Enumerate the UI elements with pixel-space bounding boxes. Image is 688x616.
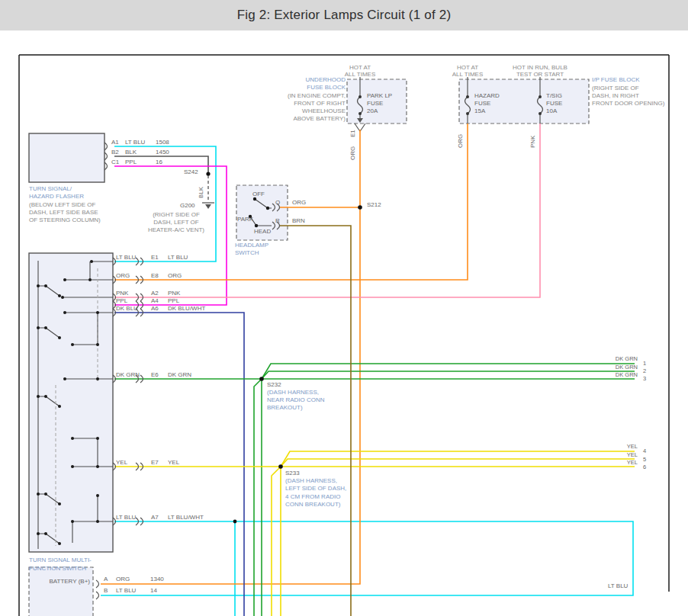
wire-number: 3 (643, 375, 646, 382)
wire-color-label: PNK (529, 130, 536, 148)
splice-s233-dot (278, 464, 283, 469)
wire-color-label: LT BLU (168, 254, 188, 261)
wire-color-label: LT BLU (116, 587, 136, 594)
pin-label: B (104, 587, 108, 594)
splice-location: LEFT SIDE OF DASH, (285, 485, 346, 492)
wire-color-label: DK BLU/WHT (168, 305, 205, 312)
circuit-number: 1508 (156, 139, 169, 146)
flasher-box (29, 133, 104, 182)
component-location: ABOVE BATTERY) (293, 115, 346, 122)
wire-color-label: LT BLU (125, 139, 145, 146)
wire-color-label: ORG (292, 199, 306, 206)
circuit-number: 1450 (156, 149, 169, 156)
wire-color-label: ORG (116, 272, 130, 279)
splice-label: S212 (367, 201, 381, 208)
splice-label: S233 (285, 470, 300, 476)
component-location: WHEELHOUSE (302, 107, 346, 114)
fuse-rating: 20A (367, 107, 378, 114)
component-name: FUNCTION SWITCH (29, 565, 86, 572)
wire-color-label: PNK (116, 290, 128, 297)
battery-box (29, 567, 93, 616)
pin-label: E1 (151, 254, 159, 261)
splice-s232-dot (259, 377, 264, 381)
branch-dot (233, 520, 237, 524)
wire-color-label: BLK (198, 181, 204, 198)
component-name: FUSE BLOCK (307, 84, 346, 91)
wire-color-label: ORG (116, 576, 130, 582)
wire-color-label: YEL (627, 443, 638, 450)
power-label: TEST OR START (510, 71, 571, 78)
splice-s212-dot (358, 205, 362, 210)
wire-dk-grn (114, 364, 635, 616)
component-name: HEADLAMP (235, 242, 268, 249)
wiring-diagram-page: Fig 2: Exterior Lamps Circuit (1 of 2) (0, 0, 688, 616)
pin-label: E6 (151, 371, 159, 378)
fuse-label: FUSE (546, 100, 562, 107)
component-name: BATTERY (B+) (34, 578, 90, 585)
wire-color-label: YEL (627, 459, 638, 466)
pin-label: C1 (111, 159, 119, 165)
component-location: DASH, IN RIGHT (592, 92, 639, 99)
splice-location: (DASH HARNESS, (267, 389, 319, 396)
wire-number: 5 (643, 456, 646, 463)
splice-location: CONN BREAKOUT) (285, 501, 340, 508)
fuse-label: HAZARD (474, 92, 500, 99)
pin-label: A4 (151, 297, 159, 304)
splice-label: S232 (267, 381, 281, 388)
wire-color-label: LT BLU (116, 514, 136, 521)
wire-color-label: BRN (292, 217, 305, 224)
pin-label: E8 (151, 272, 159, 279)
wire-color-label: BLK (125, 149, 137, 156)
pin-label: A6 (151, 305, 159, 312)
wire-number: 1 (643, 360, 646, 367)
splice-location: (DASH HARNESS, (285, 477, 337, 484)
splice-s242-dot (206, 172, 210, 175)
splice-location: NEAR RADIO CONN (267, 396, 325, 403)
fuse-rating: 10A (546, 107, 557, 114)
splice-label: S242 (184, 168, 198, 175)
wire-color-label: LT BLU (608, 582, 628, 589)
mf-switch-box (29, 253, 113, 552)
component-name: HAZARD FLASHER (29, 193, 84, 200)
wire-color-label: PNK (168, 290, 180, 297)
fuse-label: FUSE (367, 100, 383, 107)
power-label: HOT IN RUN, BULB (510, 64, 571, 71)
wire-number: 6 (643, 464, 646, 470)
wire-color-label: DK BLU (116, 305, 138, 312)
component-location: (BELOW LEFT SIDE OF (29, 201, 95, 208)
component-name: I/P FUSE BLOCK (592, 76, 640, 83)
power-label: ALL TIMES (437, 71, 498, 78)
wire-color-label: YEL (168, 459, 179, 466)
component-name: TURN SIGNAL/ (29, 185, 72, 192)
wire-color-label: PPL (168, 297, 179, 304)
wire-color-label: LT BLU (116, 254, 136, 261)
wire-color-label: DK GRN (616, 355, 638, 362)
wire-color-label: YEL (627, 451, 638, 458)
circuit-number: 14 (150, 587, 157, 594)
wire-color-label: ORG (457, 130, 464, 148)
component-location: DASH, LEFT OF (147, 219, 205, 226)
ground-label: G200 (180, 202, 195, 209)
wire-color-label: LT BLU/WHT (168, 514, 204, 521)
component-location: HEATER-A/C VENT) (147, 226, 205, 233)
pin-label: E1 (349, 127, 356, 137)
pin-label: E7 (151, 459, 159, 466)
pin-label: R (275, 217, 280, 224)
component-location: (IN ENGINE COMPT, (288, 92, 346, 99)
power-label: HOT AT (330, 64, 391, 71)
pin-label: A1 (111, 139, 119, 146)
switch-position-label: PARK (237, 216, 253, 223)
wire-color-label: DK GRN (616, 371, 638, 378)
switch-position-label: OFF (252, 191, 265, 197)
fuse-label: PARK LP (367, 92, 392, 99)
fuse-rating: 15A (474, 107, 485, 114)
pin-label: A7 (151, 514, 159, 521)
power-label: HOT AT (437, 64, 498, 71)
circuit-number: 16 (156, 159, 162, 165)
wire-color-label: ORG (349, 142, 356, 160)
wire-number: 2 (643, 367, 646, 374)
switch-position-label: HEAD (254, 228, 271, 235)
component-location: (RIGHT SIDE OF (147, 211, 205, 218)
fuse-label: FUSE (474, 100, 490, 107)
wire-pnk (114, 124, 540, 297)
